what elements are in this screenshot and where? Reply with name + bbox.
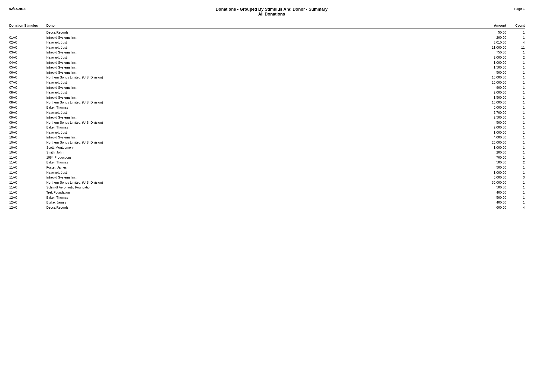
- cell-count: 1: [506, 65, 525, 70]
- table-row: 09ACIntrepid Systems Inc.2,500.001: [9, 115, 525, 120]
- cell-amount: 2,000.00: [469, 55, 506, 60]
- cell-amount: 400.00: [469, 200, 506, 205]
- cell-count: 1: [506, 185, 525, 190]
- cell-amount: 1,000.00: [469, 170, 506, 175]
- cell-amount: 1,000.00: [469, 61, 506, 65]
- cell-donor: Decca Records: [46, 30, 469, 35]
- cell-amount: 10,000.00: [469, 75, 506, 80]
- cell-amount: 11,000.00: [469, 45, 506, 50]
- cell-donor: Intrepid Systems Inc.: [46, 85, 469, 90]
- cell-donor: Smith, John: [46, 150, 469, 155]
- cell-count: 4: [506, 40, 525, 45]
- cell-donor: Northern Songs Limited, (U.S. Division): [46, 140, 469, 145]
- cell-count: 4: [506, 205, 525, 210]
- cell-donor: Baker, Thomas: [46, 125, 469, 130]
- cell-donor: Burke, James: [46, 200, 469, 205]
- cell-count: 1: [506, 90, 525, 95]
- cell-amount: 500.00: [469, 185, 506, 190]
- table-row: 10ACNorthern Songs Limited, (U.S. Divisi…: [9, 140, 525, 145]
- cell-amount: 500.00: [469, 160, 506, 165]
- table-row: 03ACIntrepid Systems Inc.750.001: [9, 50, 525, 55]
- cell-count: 1: [506, 155, 525, 160]
- cell-count: 1: [506, 115, 525, 120]
- cell-stimulus: 06AC: [9, 70, 46, 75]
- cell-count: 1: [506, 120, 525, 125]
- cell-donor: Intrepid Systems Inc.: [46, 50, 469, 55]
- table-row: 10ACBaker, Thomas2,000.001: [9, 125, 525, 130]
- column-headers: Donation Stimulus Donor Amount Count: [9, 24, 525, 28]
- cell-amount: 2,500.00: [469, 115, 506, 120]
- table-row: 05ACIntrepid Systems Inc.1,500.001: [9, 65, 525, 70]
- table-row: 08ACIntrepid Systems Inc.1,500.001: [9, 95, 525, 100]
- cell-amount: 750.00: [469, 50, 506, 55]
- report-header: 02/15/2018 Donations - Grouped By Stimul…: [9, 7, 525, 17]
- cell-donor: Foster, James: [46, 165, 469, 170]
- table-row: 11ACNorthern Songs Limited, (U.S. Divisi…: [9, 180, 525, 185]
- cell-amount: 500.00: [469, 196, 506, 200]
- header-separator: [9, 28, 525, 29]
- cell-stimulus: 04AC: [9, 55, 46, 60]
- cell-amount: 200.00: [469, 35, 506, 40]
- cell-count: 1: [506, 75, 525, 80]
- cell-count: 11: [506, 45, 525, 50]
- table-row: 10ACScott, Montgomery1,000.001: [9, 145, 525, 150]
- cell-count: 1: [506, 61, 525, 65]
- report-title-line2: All Donations: [37, 12, 506, 17]
- cell-donor: Northern Songs Limited, (U.S. Division): [46, 100, 469, 105]
- cell-donor: Intrepid Systems Inc.: [46, 35, 469, 40]
- cell-stimulus: [9, 30, 46, 35]
- cell-donor: Hayward, Justin: [46, 110, 469, 115]
- cell-donor: Hayward, Justin: [46, 170, 469, 175]
- cell-stimulus: 10AC: [9, 125, 46, 130]
- table-row: 04ACIntrepid Systems Inc.1,000.001: [9, 60, 525, 65]
- cell-count: 1: [506, 95, 525, 100]
- cell-amount: 600.00: [469, 205, 506, 210]
- cell-stimulus: 08AC: [9, 95, 46, 100]
- table-row: 06ACIntrepid Systems Inc.500.001: [9, 70, 525, 75]
- cell-amount: 4,000.00: [469, 135, 506, 140]
- cell-amount: 1,500.00: [469, 65, 506, 70]
- cell-amount: 10,000.00: [469, 80, 506, 85]
- table-row: 11ACHayward, Justin1,000.001: [9, 170, 525, 175]
- cell-donor: Intrepid Systems Inc.: [46, 70, 469, 75]
- cell-donor: Hayward, Justin: [46, 40, 469, 45]
- cell-count: 1: [506, 30, 525, 35]
- cell-donor: Intrepid Systems Inc.: [46, 175, 469, 180]
- cell-donor: Intrepid Systems Inc.: [46, 135, 469, 140]
- cell-stimulus: 10AC: [9, 135, 46, 140]
- cell-stimulus: 11AC: [9, 185, 46, 190]
- cell-count: 1: [506, 105, 525, 110]
- cell-count: 1: [506, 170, 525, 175]
- cell-stimulus: 05AC: [9, 65, 46, 70]
- data-rows-container: Decca Records50.00101ACIntrepid Systems …: [9, 30, 525, 210]
- cell-donor: Intrepid Systems Inc.: [46, 61, 469, 65]
- cell-count: 1: [506, 140, 525, 145]
- table-row: 11AC1984 Productions700.001: [9, 155, 525, 160]
- cell-amount: 9,700.00: [469, 110, 506, 115]
- cell-donor: Hayward, Justin: [46, 90, 469, 95]
- table-row: 07ACHayward, Justin10,000.001: [9, 80, 525, 85]
- cell-count: 1: [506, 135, 525, 140]
- table-row: 11ACBaker, Thomas500.002: [9, 160, 525, 165]
- cell-count: 1: [506, 200, 525, 205]
- cell-amount: 1,500.00: [469, 95, 506, 100]
- col-header-amount: Amount: [469, 24, 506, 27]
- table-row: 11ACIntrepid Systems Inc.5,000.003: [9, 175, 525, 180]
- table-row: 03ACHayward, Justin11,000.0011: [9, 45, 525, 50]
- cell-stimulus: 08AC: [9, 90, 46, 95]
- cell-donor: Northern Songs Limited, (U.S. Division): [46, 75, 469, 80]
- table-row: 12ACBaker, Thomas500.001: [9, 195, 525, 200]
- cell-donor: Baker, Thomas: [46, 105, 469, 110]
- cell-count: 1: [506, 70, 525, 75]
- cell-stimulus: 11AC: [9, 160, 46, 165]
- cell-amount: 500.00: [469, 165, 506, 170]
- col-header-stimulus: Donation Stimulus: [9, 24, 46, 27]
- cell-stimulus: 09AC: [9, 120, 46, 125]
- cell-stimulus: 03AC: [9, 50, 46, 55]
- cell-amount: 2,000.00: [469, 90, 506, 95]
- cell-donor: Trek Foundation: [46, 190, 469, 195]
- cell-amount: 3,010.00: [469, 40, 506, 45]
- cell-count: 1: [506, 110, 525, 115]
- cell-amount: 500.00: [469, 120, 506, 125]
- cell-count: 1: [506, 80, 525, 85]
